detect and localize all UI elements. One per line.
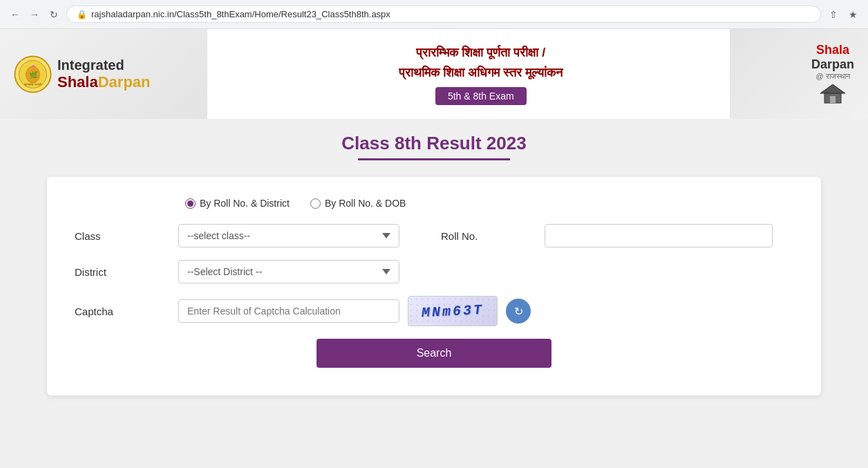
search-btn-row: Search <box>75 339 793 368</box>
site-header: 🏩 🌿 सत्यमेव जयते Integrated ShalaDarpan … <box>0 29 868 119</box>
district-select[interactable]: --Select District -- Ajmer Jaipur Jodhpu… <box>178 260 399 283</box>
right-logo-darpan: Darpan <box>811 57 854 71</box>
roll-section: Roll No. <box>441 224 773 247</box>
class-row: Class --select class-- Class 5 Class 8 R… <box>75 224 793 247</box>
page-title: Class 8th Result 2023 <box>14 133 854 154</box>
right-logo-sub: @ राजस्थान <box>815 72 849 81</box>
captcha-input[interactable] <box>178 299 399 323</box>
radio-roll-dob-input[interactable] <box>310 198 321 209</box>
class-label: Class <box>75 230 178 242</box>
svg-marker-6 <box>820 84 845 93</box>
logo-text: Integrated ShalaDarpan <box>57 57 151 91</box>
captcha-row: Captcha MNm63T ↻ <box>75 296 793 326</box>
title-underline <box>358 158 510 160</box>
captcha-label: Captcha <box>75 306 178 317</box>
forward-button[interactable]: → <box>28 8 41 21</box>
radio-roll-dob[interactable]: By Roll No. & DOB <box>310 198 406 209</box>
svg-text:🌿: 🌿 <box>29 71 38 79</box>
url-text: rajshaladarpan.nic.in/Class5th_8thExam/H… <box>91 9 390 19</box>
house-icon <box>819 81 847 105</box>
emblem-icon: 🏩 🌿 सत्यमेव जयते <box>14 55 52 93</box>
svg-rect-8 <box>830 96 836 103</box>
district-row: District --Select District -- Ajmer Jaip… <box>75 260 793 283</box>
radio-roll-district-input[interactable] <box>185 198 196 209</box>
search-button[interactable]: Search <box>317 339 551 368</box>
captcha-image: MNm63T <box>408 296 498 326</box>
logo-section: 🏩 🌿 सत्यमेव जयते Integrated ShalaDarpan <box>14 55 151 93</box>
logo-integrated: Integrated <box>57 57 151 73</box>
reload-button[interactable]: ↻ <box>47 8 61 21</box>
captcha-section: MNm63T ↻ <box>178 296 531 326</box>
captcha-refresh-button[interactable]: ↻ <box>506 299 531 324</box>
right-logo-shala: Shala <box>816 43 849 57</box>
district-label: District <box>75 266 178 278</box>
main-content: Class 8th Result 2023 By Roll No. & Dist… <box>0 119 868 409</box>
hindi-line1: प्रारम्भिक शिक्षा पूर्णता परीक्षा / <box>151 43 811 63</box>
back-button[interactable]: ← <box>8 8 22 21</box>
exam-badge: 5th & 8th Exam <box>435 87 527 105</box>
rollno-label: Roll No. <box>441 230 545 242</box>
class-select[interactable]: --select class-- Class 5 Class 8 <box>178 224 399 247</box>
browser-chrome: ← → ↻ 🔒 rajshaladarpan.nic.in/Class5th_8… <box>0 0 868 29</box>
logo-shala-darpan: ShalaDarpan <box>57 73 151 91</box>
svg-text:सत्यमेव जयते: सत्यमेव जयते <box>23 82 41 86</box>
right-logo: Shala Darpan @ राजस्थान <box>811 43 854 105</box>
address-bar[interactable]: 🔒 rajshaladarpan.nic.in/Class5th_8thExam… <box>66 6 821 23</box>
rollno-input[interactable] <box>545 224 773 247</box>
radio-group: By Roll No. & District By Roll No. & DOB <box>75 198 793 209</box>
center-section: प्रारम्भिक शिक्षा पूर्णता परीक्षा / प्रा… <box>151 43 811 105</box>
share-button[interactable]: ⇧ <box>827 8 840 21</box>
lock-icon: 🔒 <box>77 10 87 19</box>
hindi-line2: प्राथमिक शिक्षा अधिगम स्तर मूल्यांकन <box>151 63 811 83</box>
form-card: By Roll No. & District By Roll No. & DOB… <box>47 177 821 395</box>
bookmark-button[interactable]: ★ <box>846 8 860 21</box>
captcha-text: MNm63T <box>421 301 484 321</box>
radio-roll-district[interactable]: By Roll No. & District <box>185 198 290 209</box>
